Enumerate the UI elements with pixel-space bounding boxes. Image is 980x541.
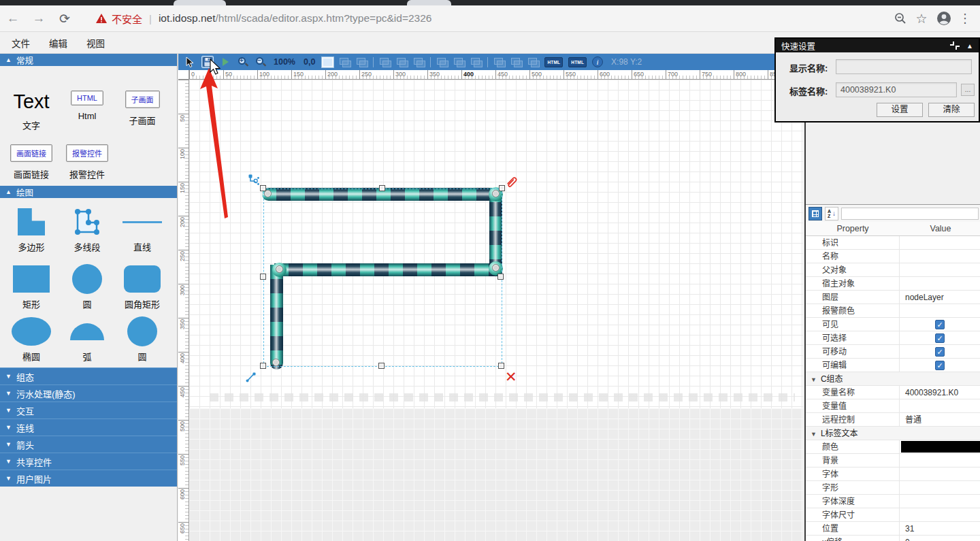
property-row[interactable]: 远程控制普通: [806, 413, 980, 427]
pipe-vertex-handle[interactable]: [272, 359, 280, 366]
sidebar-section-shared-controls[interactable]: ▼ 共享控件: [0, 453, 177, 470]
selection-handle-w[interactable]: [260, 274, 266, 280]
property-row[interactable]: 字形: [806, 481, 980, 495]
property-value[interactable]: [900, 454, 980, 468]
selection-handle-n[interactable]: [379, 185, 385, 191]
toolbox-item-rectangle[interactable]: 矩形: [2, 265, 61, 310]
url-path[interactable]: /html/scada/editor.aspx.htm?type=pc&id=2…: [216, 12, 432, 24]
zoom-in-icon[interactable]: +: [237, 56, 249, 68]
color-swatch[interactable]: [901, 441, 980, 453]
property-row[interactable]: 报警颜色: [806, 304, 980, 318]
property-row[interactable]: x偏移0: [806, 536, 980, 541]
set-button[interactable]: 设置: [877, 103, 923, 117]
align-bottom-icon[interactable]: [470, 57, 482, 67]
pipe-vertex-handle[interactable]: [492, 264, 500, 272]
property-value[interactable]: [900, 277, 980, 291]
property-value[interactable]: ✓: [900, 318, 980, 331]
align-center-icon[interactable]: [396, 57, 408, 67]
canvas-settings-icon[interactable]: [322, 57, 333, 67]
collapse-panel-icon[interactable]: ▲: [966, 42, 973, 50]
toolbox-item-arc[interactable]: 弧: [58, 317, 116, 363]
selection-handle-sw[interactable]: [260, 363, 266, 369]
property-row[interactable]: 宿主对象: [806, 277, 980, 291]
display-name-input[interactable]: [836, 59, 972, 74]
same-width-icon[interactable]: [493, 57, 505, 67]
property-section-row[interactable]: ▼C组态: [806, 372, 980, 386]
property-value[interactable]: [900, 263, 980, 277]
sidebar-section-connector[interactable]: ▼ 连线: [0, 419, 177, 436]
reload-icon[interactable]: ⟳: [52, 11, 78, 27]
ungroup-icon[interactable]: [356, 57, 368, 67]
zoom-out-icon[interactable]: −: [255, 56, 267, 68]
toolbox-item-html[interactable]: HTML Html: [63, 91, 112, 121]
same-height-icon[interactable]: [510, 57, 522, 67]
delete-adorner-icon[interactable]: ✕: [505, 370, 517, 384]
property-row[interactable]: 可见✓: [806, 318, 980, 331]
checkbox-icon[interactable]: ✓: [935, 361, 945, 370]
property-row[interactable]: 名称: [806, 250, 980, 263]
sidebar-section-user-images[interactable]: ▼ 用户图片: [0, 470, 177, 487]
address-bar[interactable]: 不安全 | iot.idosp.net /html/scada/editor.a…: [95, 12, 894, 26]
property-row[interactable]: 标识: [806, 236, 980, 250]
selection-handle-nw[interactable]: [260, 185, 266, 191]
categorized-view-icon[interactable]: [808, 207, 822, 220]
profile-avatar-icon[interactable]: [936, 10, 952, 27]
property-value[interactable]: [900, 495, 980, 508]
dock-panel-icon[interactable]: [950, 42, 960, 50]
property-value[interactable]: [900, 508, 980, 522]
toolbox-item-subscreen[interactable]: 子画面 子画面: [118, 91, 167, 127]
align-left-icon[interactable]: [379, 57, 391, 67]
menu-edit[interactable]: 编辑: [39, 32, 77, 53]
collapse-triangle-icon[interactable]: ▼: [806, 376, 821, 383]
property-row[interactable]: 可移动✓: [806, 345, 980, 359]
forward-icon[interactable]: →: [26, 11, 52, 26]
browser-tab[interactable]: [407, 0, 451, 5]
property-row[interactable]: 位置31: [806, 522, 980, 536]
toolbox-item-ellipse[interactable]: 椭圆: [2, 317, 61, 363]
property-value[interactable]: [900, 399, 980, 413]
zoom-page-icon[interactable]: [894, 12, 907, 25]
toolbox-item-circle[interactable]: 圆: [58, 265, 116, 310]
toolbox-item-screen-link[interactable]: 画面链接 画面链接: [5, 144, 57, 180]
property-row[interactable]: 可选择✓: [806, 331, 980, 345]
pipe-vertex-handle[interactable]: [276, 265, 283, 273]
browser-tab[interactable]: [174, 0, 226, 5]
back-icon[interactable]: ←: [0, 11, 26, 26]
checkbox-icon[interactable]: ✓: [935, 347, 945, 357]
toolbox-item-polyline[interactable]: 多线段: [58, 208, 116, 253]
selection-handle-s[interactable]: [378, 363, 385, 369]
property-value[interactable]: [900, 481, 980, 495]
sidebar-section-draw[interactable]: ▲ 绘图: [0, 186, 177, 198]
property-value[interactable]: [900, 440, 980, 454]
html-source-icon[interactable]: HTML: [544, 57, 563, 67]
menu-file[interactable]: 文件: [0, 32, 39, 53]
property-row[interactable]: 可编辑✓: [806, 359, 980, 372]
property-value[interactable]: nodeLayer: [900, 291, 980, 304]
property-row[interactable]: 字体尺寸: [806, 508, 980, 522]
info-icon[interactable]: i: [592, 56, 603, 67]
property-row[interactable]: 字体深度: [806, 495, 980, 508]
menu-view[interactable]: 视图: [77, 32, 114, 53]
align-top-icon[interactable]: [436, 57, 448, 67]
property-row[interactable]: 字体: [806, 468, 980, 481]
collapse-triangle-icon[interactable]: ▼: [806, 431, 821, 438]
browse-tags-button[interactable]: ...: [961, 84, 975, 96]
save-button[interactable]: [201, 56, 214, 68]
selection-handle-se[interactable]: [498, 363, 504, 369]
pointer-tool-icon[interactable]: [184, 56, 196, 68]
toolbox-item-alarm-control[interactable]: 报警控件 报警控件: [63, 144, 112, 180]
draw-line-adorner-icon[interactable]: [245, 371, 257, 386]
property-value[interactable]: [900, 468, 980, 481]
property-row[interactable]: 颜色: [806, 440, 980, 454]
property-row[interactable]: 父对象: [806, 263, 980, 277]
property-filter-input[interactable]: [841, 208, 979, 220]
checkbox-icon[interactable]: ✓: [935, 333, 945, 343]
checkbox-icon[interactable]: ✓: [935, 320, 945, 329]
property-value[interactable]: ✓: [900, 331, 980, 345]
same-size-icon[interactable]: [527, 57, 539, 67]
property-section-row[interactable]: ▼L标签文本: [806, 427, 980, 440]
align-middle-icon[interactable]: [453, 57, 465, 67]
bookmark-star-icon[interactable]: ☆: [913, 11, 930, 27]
tag-name-input[interactable]: 400038921.K0: [836, 82, 957, 97]
edit-polyline-adorner-icon[interactable]: [248, 174, 260, 188]
